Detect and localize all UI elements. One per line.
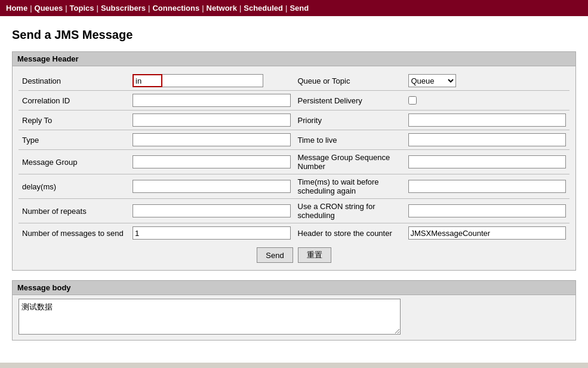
- correlation-id-input[interactable]: [133, 94, 291, 107]
- priority-label: Priority: [298, 116, 408, 125]
- nav-scheduled[interactable]: Scheduled: [244, 4, 283, 13]
- priority-row: Priority: [294, 111, 570, 130]
- type-label: Type: [22, 136, 133, 145]
- header-counter-input[interactable]: [408, 226, 567, 240]
- header-counter-label: Header to store the counter: [298, 229, 408, 238]
- num-messages-row: Number of messages to send: [19, 223, 294, 243]
- num-repeats-label: Number of repeats: [22, 207, 133, 216]
- navbar: Home | Queues | Topics | Subscribers | C…: [0, 0, 588, 16]
- persistent-delivery-row: Persistent Delivery: [294, 91, 570, 110]
- page-title: Send a JMS Message: [12, 28, 576, 42]
- nav-home[interactable]: Home: [6, 4, 27, 13]
- cron-label: Use a CRON string for scheduling: [298, 202, 408, 220]
- persistent-delivery-label: Persistent Delivery: [298, 96, 408, 105]
- delay-row: delay(ms): [19, 174, 294, 198]
- type-row: Type: [19, 130, 294, 149]
- type-input[interactable]: [133, 133, 291, 146]
- cron-input[interactable]: [408, 204, 567, 217]
- buttons-row: Send 重置: [19, 243, 569, 265]
- nav-connections[interactable]: Connections: [152, 4, 199, 13]
- priority-input[interactable]: [408, 114, 567, 127]
- delay-input[interactable]: [133, 180, 291, 193]
- message-group-row: Message Group: [19, 150, 294, 174]
- message-body-label: Message body: [13, 281, 575, 295]
- queue-or-topic-select[interactable]: Queue Topic: [408, 74, 456, 87]
- nav-subscribers[interactable]: Subscribers: [101, 4, 146, 13]
- time-wait-input[interactable]: [408, 180, 567, 193]
- delay-label: delay(ms): [22, 182, 133, 191]
- send-button[interactable]: Send: [257, 247, 293, 263]
- time-wait-label: Time(ms) to wait before scheduling again: [298, 177, 408, 195]
- destination-label: Destination: [22, 76, 133, 85]
- message-header-label: Message Header: [13, 52, 575, 66]
- num-repeats-input[interactable]: [133, 204, 291, 217]
- correlation-id-row: Correlation ID: [19, 91, 294, 110]
- page-content: Send a JMS Message Message Header Destin…: [0, 16, 588, 363]
- header-counter-row: Header to store the counter: [294, 223, 570, 243]
- nav-send[interactable]: Send: [290, 4, 309, 13]
- nav-topics[interactable]: Topics: [70, 4, 94, 13]
- destination-in-input[interactable]: [133, 74, 162, 87]
- destination-inputs: [133, 74, 263, 87]
- message-group-seq-input[interactable]: [408, 155, 567, 168]
- num-messages-label: Number of messages to send: [22, 229, 133, 238]
- nav-queues[interactable]: Queues: [35, 4, 63, 13]
- time-to-live-row: Time to live: [294, 130, 570, 149]
- reply-to-input[interactable]: [133, 114, 291, 127]
- destination-name-input[interactable]: [162, 74, 263, 87]
- correlation-id-label: Correlation ID: [22, 96, 133, 105]
- message-group-seq-row: Message Group Sequence Number: [294, 150, 570, 174]
- num-repeats-row: Number of repeats: [19, 199, 294, 223]
- cron-row: Use a CRON string for scheduling: [294, 199, 570, 223]
- reply-to-label: Reply To: [22, 116, 133, 125]
- message-body-section: Message body: [12, 280, 576, 341]
- message-group-label: Message Group: [22, 158, 133, 167]
- message-body-textarea[interactable]: [19, 299, 401, 335]
- message-group-seq-label: Message Group Sequence Number: [298, 153, 408, 171]
- queue-or-topic-label: Queue or Topic: [298, 76, 408, 85]
- persistent-delivery-checkbox[interactable]: [408, 96, 417, 105]
- reply-to-row: Reply To: [19, 111, 294, 130]
- nav-network[interactable]: Network: [207, 4, 237, 13]
- time-wait-row: Time(ms) to wait before scheduling again: [294, 174, 570, 198]
- queue-or-topic-row: Queue or Topic Queue Topic: [294, 71, 570, 90]
- reset-button[interactable]: 重置: [298, 247, 331, 263]
- message-group-input[interactable]: [133, 155, 291, 168]
- message-header-section: Message Header Destination Queue or Topi…: [12, 51, 576, 271]
- message-header-body: Destination Queue or Topic Queue Topic: [13, 66, 575, 270]
- message-body-content: [13, 295, 575, 340]
- num-messages-input[interactable]: [133, 226, 291, 240]
- time-to-live-label: Time to live: [298, 136, 408, 145]
- destination-row: Destination: [19, 71, 294, 90]
- time-to-live-input[interactable]: [408, 133, 567, 146]
